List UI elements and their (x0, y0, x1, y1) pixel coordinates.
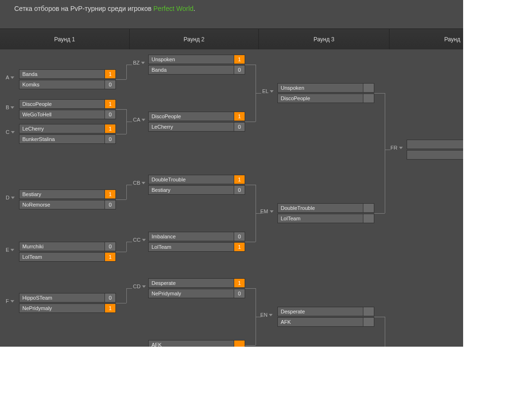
team-score: 1 (104, 99, 116, 109)
team-score: 1 (234, 175, 245, 184)
match-label-C[interactable]: C (6, 129, 15, 135)
team-name: LeCherry (19, 124, 104, 133)
team-row: HippoSTeam0 (19, 293, 116, 302)
match-EL[interactable]: Unspoken DiscoPeople (277, 83, 374, 103)
team-name: Imbalance (148, 232, 234, 241)
team-name: Bestiary (148, 185, 234, 195)
match-E[interactable]: Murrchiki0 LolTeam1 (19, 242, 116, 262)
match-D[interactable]: Bestiary1 NoRemorse0 (19, 189, 116, 209)
team-name: DiscoPeople (277, 94, 363, 103)
team-score: 0 (104, 134, 116, 144)
match-A[interactable]: Banda1 Komiks0 (19, 69, 116, 89)
team-row: WeGoToHell0 (19, 110, 116, 119)
team-row: Banda0 (148, 65, 245, 75)
team-name: Banda (19, 69, 104, 79)
match-EN[interactable]: Desperate AFK (277, 307, 374, 327)
team-name: NePridymaly (148, 289, 234, 298)
chevron-down-icon (142, 285, 146, 288)
match-BZ[interactable]: Unspoken1 Banda0 (148, 55, 245, 75)
team-score (363, 83, 374, 93)
chevron-down-icon (269, 314, 273, 316)
team-name: Unspoken (277, 83, 363, 93)
team-score: 0 (234, 185, 245, 195)
team-score: 1 (234, 278, 245, 288)
team-score: 0 (234, 65, 245, 75)
team-row: Komiks0 (19, 80, 116, 89)
match-label-BZ[interactable]: BZ (133, 60, 145, 66)
match-label-CC[interactable]: CC (133, 237, 146, 243)
team-score (363, 203, 374, 213)
team-name: Unspoken (148, 55, 234, 64)
team-name: Murrchiki (19, 242, 104, 251)
team-row (407, 150, 463, 160)
match-FR[interactable] (407, 140, 463, 160)
team-row: DoubleTrouble1 (148, 175, 245, 184)
match-EM[interactable]: DoubleTrouble LolTeam (277, 203, 374, 223)
team-score: 1 (234, 112, 245, 121)
chevron-down-icon (11, 197, 15, 199)
team-name: NoRemorse (19, 200, 104, 209)
team-row: DiscoPeople1 (148, 112, 245, 121)
chevron-down-icon (399, 147, 403, 149)
team-name: Komiks (19, 80, 104, 89)
match-B[interactable]: DiscoPeople1 WeGoToHell0 (19, 99, 116, 119)
bracket-canvas: A Banda1 Komiks0 B DiscoPeople1 WeGoToHe… (0, 52, 463, 347)
team-row: BunkerStalina0 (19, 134, 116, 144)
chevron-down-icon (270, 90, 274, 93)
team-score (234, 340, 245, 347)
team-name: LolTeam (148, 242, 234, 252)
match-label-B[interactable]: B (6, 104, 14, 110)
team-name: Desperate (277, 307, 363, 316)
team-row: NePridymaly1 (19, 303, 116, 313)
team-row: Imbalance0 (148, 232, 245, 241)
chevron-down-icon (270, 210, 274, 213)
match-label-A[interactable]: A (6, 75, 14, 80)
match-label-E[interactable]: E (6, 247, 14, 253)
team-name: DiscoPeople (148, 112, 234, 121)
team-name: DoubleTrouble (277, 203, 363, 213)
team-row: Bestiary1 (19, 189, 116, 199)
team-row: Banda1 (19, 69, 116, 79)
round-header: Раунд 1 Раунд 2 Раунд 3 Раунд (0, 28, 463, 49)
chevron-down-icon (11, 131, 15, 133)
match-label-CD[interactable]: CD (133, 284, 146, 289)
team-name: LolTeam (277, 214, 363, 223)
team-row: NoRemorse0 (19, 200, 116, 209)
match-CD[interactable]: Desperate1 NePridymaly0 (148, 278, 245, 298)
team-name: BunkerStalina (19, 134, 104, 144)
team-score: 0 (104, 80, 116, 89)
match-label-FR[interactable]: FR (390, 145, 403, 151)
match-CA[interactable]: DiscoPeople1 LeCherry0 (148, 112, 245, 132)
match-label-EN[interactable]: EN (260, 312, 273, 318)
team-row: Bestiary0 (148, 185, 245, 195)
match-CB[interactable]: DoubleTrouble1 Bestiary0 (148, 175, 245, 195)
match-label-CA[interactable]: CA (133, 117, 145, 123)
team-score: 0 (104, 242, 116, 251)
chevron-down-icon (142, 182, 145, 184)
bracket-panel: Сетка отборов на PvP-турнир среди игроко… (0, 0, 463, 347)
team-score: 0 (104, 110, 116, 119)
team-name: HippoSTeam (19, 293, 104, 302)
team-score: 0 (104, 200, 116, 209)
page-title: Сетка отборов на PvP-турнир среди игроко… (0, 0, 463, 21)
team-row: NePridymaly0 (148, 289, 245, 298)
match-F[interactable]: HippoSTeam0 NePridymaly1 (19, 293, 116, 313)
team-name: Bestiary (19, 189, 104, 199)
match-label-EM[interactable]: EM (260, 208, 274, 214)
match-C[interactable]: LeCherry1 BunkerStalina0 (19, 124, 116, 144)
match-label-EL[interactable]: EL (262, 88, 274, 94)
chevron-down-icon (10, 106, 14, 109)
round-2-header: Раунд 2 (129, 29, 258, 49)
match-label-D[interactable]: D (6, 195, 15, 200)
team-name (407, 150, 463, 160)
team-score: 1 (234, 242, 245, 252)
team-score (363, 317, 374, 327)
team-score (363, 307, 374, 316)
team-row: LolTeam1 (19, 252, 116, 262)
match-CC[interactable]: Imbalance0 LolTeam1 (148, 232, 245, 252)
team-name: DiscoPeople (19, 99, 104, 109)
match-label-F[interactable]: F (6, 298, 14, 304)
match-label-CB[interactable]: CB (133, 180, 145, 186)
team-score: 1 (104, 303, 116, 313)
match-CE[interactable]: AFK (148, 340, 245, 347)
